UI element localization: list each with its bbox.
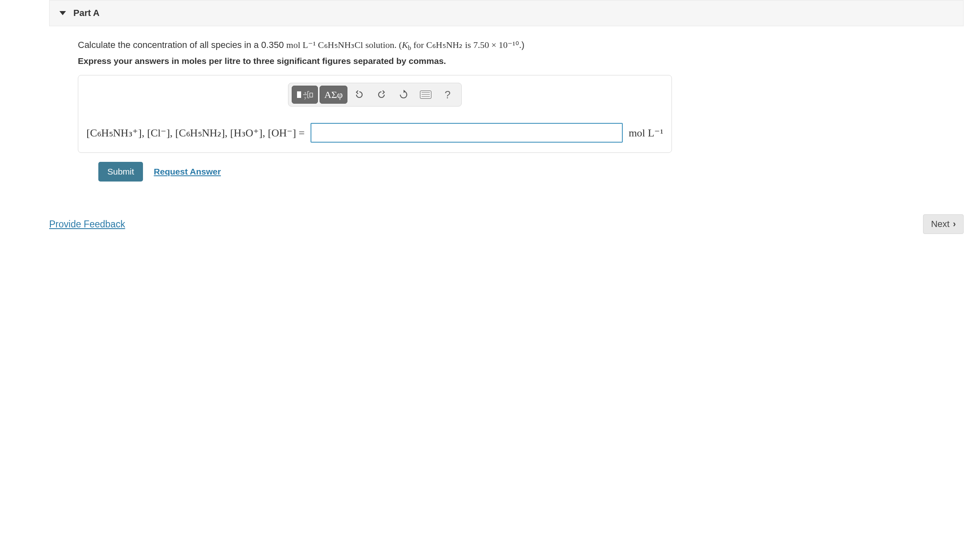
request-answer-link[interactable]: Request Answer <box>154 167 221 177</box>
svg-rect-0 <box>297 91 301 98</box>
prompt-pre: Calculate the concentration of all speci… <box>78 40 286 50</box>
part-title: Part A <box>73 8 100 18</box>
answer-input[interactable] <box>311 123 623 143</box>
prompt-mid1: C₆H₅NH₃Cl solution. ( <box>316 40 402 50</box>
submit-button[interactable]: Submit <box>98 162 143 182</box>
reset-button[interactable] <box>393 86 414 104</box>
undo-button[interactable] <box>349 86 370 104</box>
answer-panel: x y ΑΣφ <box>78 75 672 153</box>
svg-text:x: x <box>304 91 306 95</box>
answer-instructions: Express your answers in moles per litre … <box>78 56 947 66</box>
prompt-post: .) <box>519 40 524 50</box>
prompt-unit: mol L⁻¹ <box>286 40 316 50</box>
next-label: Next <box>931 219 949 229</box>
keyboard-icon <box>420 91 431 99</box>
prompt-mid2: for C₆H₅NH₂ is <box>411 40 474 50</box>
next-button[interactable]: Next › <box>923 214 964 234</box>
template-button[interactable]: x y <box>292 86 318 104</box>
chevron-right-icon: › <box>953 219 956 229</box>
kb-value: 7.50 × 10⁻¹⁰ <box>473 40 519 50</box>
help-button[interactable]: ? <box>438 86 458 104</box>
species-label: [C₆H₅NH₃⁺], [Cl⁻], [C₆H₅NH₂], [H₃O⁺], [O… <box>86 127 305 139</box>
redo-button[interactable] <box>371 86 392 104</box>
svg-rect-4 <box>310 93 313 97</box>
unit-label: mol L⁻¹ <box>628 127 663 139</box>
kb-var: K <box>402 40 408 50</box>
formula-toolbar: x y ΑΣφ <box>288 83 461 107</box>
provide-feedback-link[interactable]: Provide Feedback <box>49 219 125 230</box>
question-prompt: Calculate the concentration of all speci… <box>78 38 947 52</box>
keyboard-button[interactable] <box>415 86 436 104</box>
caret-down-icon <box>59 11 66 15</box>
part-header[interactable]: Part A <box>49 0 964 26</box>
kb-sub: b <box>408 44 411 51</box>
greek-button[interactable]: ΑΣφ <box>320 86 347 104</box>
svg-text:y: y <box>304 95 306 100</box>
